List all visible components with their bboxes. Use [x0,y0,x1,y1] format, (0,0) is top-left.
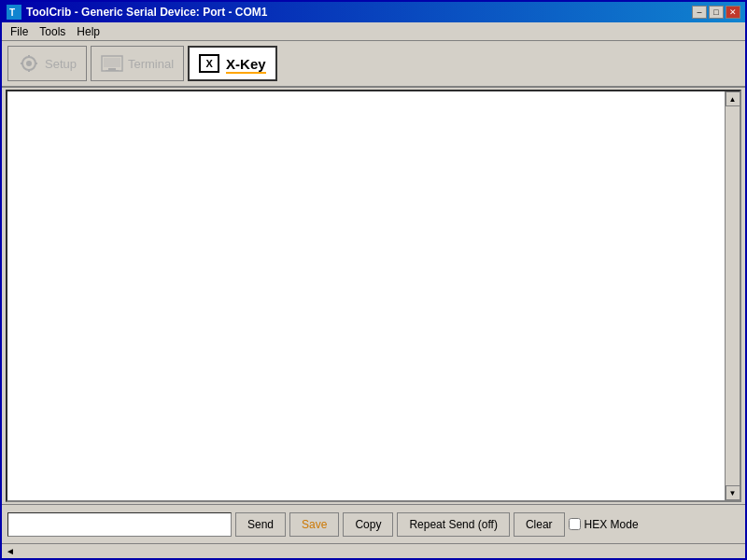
copy-button[interactable]: Copy [343,512,393,537]
hex-mode-container: HEX Mode [569,518,639,531]
vertical-scrollbar[interactable]: ▲ ▼ [725,91,740,500]
main-content-area: ▲ ▼ [6,90,741,502]
status-arrow: ◄ [6,546,15,556]
svg-point-3 [26,61,32,66]
close-button[interactable]: ✕ [726,6,740,19]
setup-icon [18,52,40,75]
main-window: T ToolCrib - Generic Serial Device: Port… [0,0,747,560]
minimize-button[interactable]: – [692,6,707,19]
xkey-label: X-Key [226,56,266,72]
scroll-down-button[interactable]: ▼ [726,485,740,500]
send-input[interactable] [7,512,232,537]
svg-text:T: T [9,7,15,18]
scroll-track[interactable] [726,106,740,485]
svg-rect-10 [108,68,116,70]
title-bar: T ToolCrib - Generic Serial Device: Port… [2,2,745,22]
repeat-send-button[interactable]: Repeat Send (off) [397,512,510,537]
terminal-button[interactable]: Terminal [91,46,184,81]
menu-help[interactable]: Help [71,24,106,39]
setup-button[interactable]: Setup [7,46,87,81]
menu-tools[interactable]: Tools [34,24,71,39]
svg-rect-11 [106,70,119,71]
hex-mode-checkbox[interactable] [569,518,581,530]
terminal-icon [101,52,123,75]
window-title: ToolCrib - Generic Serial Device: Port -… [26,6,268,19]
terminal-label: Terminal [128,57,174,71]
hex-mode-label: HEX Mode [585,518,639,531]
maximize-button[interactable]: □ [709,6,724,19]
bottom-bar: Send Save Copy Repeat Send (off) Clear H… [2,504,745,543]
svg-rect-9 [104,58,120,67]
clear-button[interactable]: Clear [514,512,565,537]
status-bar: ◄ [2,543,745,558]
xkey-button[interactable]: X X-Key [188,46,277,81]
menu-bar: File Tools Help [2,22,745,41]
send-button[interactable]: Send [235,512,286,537]
save-button[interactable]: Save [289,512,339,537]
toolbar: Setup Terminal X X-Key [2,41,745,88]
xkey-icon: X [199,54,219,73]
xkey-text: X-Key [226,56,266,74]
content-display [7,91,725,500]
scroll-up-button[interactable]: ▲ [726,91,740,106]
menu-file[interactable]: File [5,24,34,39]
setup-label: Setup [45,57,77,71]
app-icon: T [7,5,21,20]
